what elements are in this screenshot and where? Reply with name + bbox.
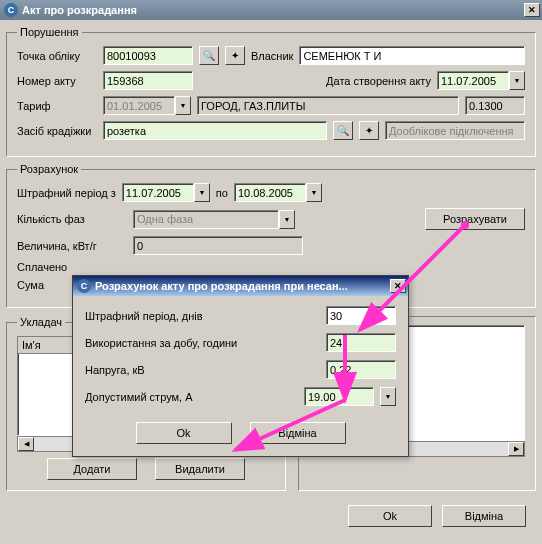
owner-label: Власник	[251, 50, 293, 62]
add-button[interactable]: Додати	[47, 458, 137, 480]
magnitude-label: Величина, кВт/г	[17, 240, 127, 252]
period-to-label: по	[216, 187, 228, 199]
account-label: Точка обліку	[17, 50, 97, 62]
legend-signer: Укладач	[17, 316, 65, 328]
main-titlebar: C Акт про розкрадання ✕	[0, 0, 542, 20]
chevron-down-icon[interactable]: ▼	[380, 387, 396, 406]
owner-input[interactable]	[299, 46, 525, 65]
chevron-down-icon[interactable]: ▼	[279, 210, 295, 229]
preacct-input	[385, 121, 525, 140]
paid-label: Сплачено	[17, 261, 127, 273]
period-label: Штрафний період з	[17, 187, 116, 199]
clear-icon[interactable]: ✦	[225, 46, 245, 65]
dialog-title: Розрахунок акту про розкрадання при неса…	[95, 280, 348, 292]
tariff-name	[197, 96, 459, 115]
ok-button[interactable]: Ok	[348, 505, 432, 527]
delete-button[interactable]: Видалити	[155, 458, 245, 480]
act-date-input[interactable]	[437, 71, 509, 90]
cancel-button[interactable]: Відміна	[442, 505, 526, 527]
chevron-down-icon[interactable]: ▼	[306, 183, 322, 202]
current-input[interactable]	[304, 387, 374, 406]
tariff-label: Тариф	[17, 100, 97, 112]
close-icon[interactable]: ✕	[524, 3, 540, 17]
window-title: Акт про розкрадання	[22, 4, 137, 16]
group-violation: Порушення Точка обліку 🔍 ✦ Власник Номер…	[6, 26, 536, 157]
dialog-ok-button[interactable]: Ok	[136, 422, 232, 444]
account-input[interactable]	[103, 46, 193, 65]
app-icon: C	[77, 279, 91, 293]
days-input	[326, 306, 396, 325]
clear-icon[interactable]: ✦	[359, 121, 379, 140]
calc-dialog: C Розрахунок акту про розкрадання при не…	[72, 275, 409, 457]
period-to-input[interactable]	[234, 183, 306, 202]
chevron-down-icon[interactable]: ▼	[175, 96, 191, 115]
current-label: Допустимий струм, А	[85, 391, 304, 403]
usage-label: Використання за добу, години	[85, 337, 326, 349]
phase-input	[133, 210, 279, 229]
app-icon: C	[4, 3, 18, 17]
chevron-down-icon[interactable]: ▼	[194, 183, 210, 202]
voltage-input[interactable]	[326, 360, 396, 379]
scroll-left-icon[interactable]: ◀	[18, 437, 34, 451]
voltage-label: Напруга, кВ	[85, 364, 326, 376]
theft-input[interactable]	[103, 121, 327, 140]
chevron-down-icon[interactable]: ▼	[509, 71, 525, 90]
dialog-cancel-button[interactable]: Відміна	[250, 422, 346, 444]
act-no-input[interactable]	[103, 71, 193, 90]
period-from-input[interactable]	[122, 183, 194, 202]
theft-label: Засіб крадіжки	[17, 125, 97, 137]
dialog-titlebar: C Розрахунок акту про розкрадання при не…	[73, 276, 408, 296]
tariff-date-input	[103, 96, 175, 115]
close-icon[interactable]: ✕	[390, 279, 406, 293]
legend-violation: Порушення	[17, 26, 82, 38]
days-label: Штрафний період, днів	[85, 310, 326, 322]
calculate-button[interactable]: Розрахувати	[425, 208, 525, 230]
usage-input[interactable]	[326, 333, 396, 352]
magnitude-input	[133, 236, 303, 255]
search-icon[interactable]: 🔍	[333, 121, 353, 140]
act-date-label: Дата створення акту	[326, 75, 431, 87]
act-no-label: Номер акту	[17, 75, 97, 87]
tariff-rate	[465, 96, 525, 115]
legend-calc: Розрахунок	[17, 163, 81, 175]
search-icon[interactable]: 🔍	[199, 46, 219, 65]
scroll-right-icon[interactable]: ▶	[508, 442, 524, 456]
phase-label: Кількість фаз	[17, 213, 127, 225]
